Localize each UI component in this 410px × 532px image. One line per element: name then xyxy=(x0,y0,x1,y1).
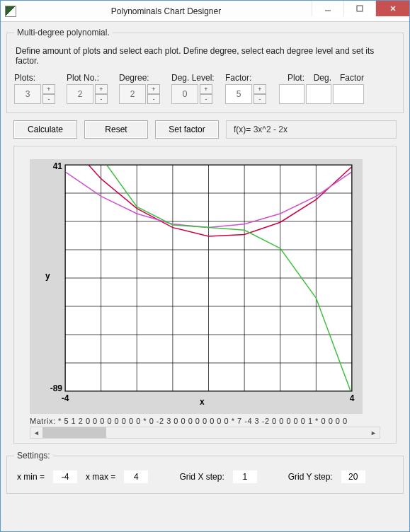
window-title: Polynominals Chart Designer xyxy=(21,6,312,16)
calculate-button[interactable]: Calculate xyxy=(13,120,77,139)
chart-panel: 41-89-44 y x Matrix: * 5 1 2 0 0 0 0 0 0… xyxy=(13,146,397,444)
degree-stepper: + - xyxy=(119,84,161,104)
maximize-button[interactable] xyxy=(343,1,375,16)
label-deg-readout: Deg. xyxy=(306,73,331,83)
x-axis-label: x xyxy=(200,397,205,407)
xmax-input[interactable] xyxy=(124,470,148,483)
chart-wrap: 41-89-44 y x xyxy=(30,159,380,414)
poly-description: Define amount of plots and select each p… xyxy=(16,46,396,66)
gridy-label: Grid Y step: xyxy=(288,472,333,482)
titlebar: Polynominals Chart Designer xyxy=(1,1,409,22)
label-deglevel: Deg. Level: xyxy=(171,73,215,83)
factor-readout xyxy=(333,84,364,104)
settings-fieldset: Settings: x min = x max = Grid X step: G… xyxy=(6,451,404,494)
plots-input[interactable] xyxy=(14,84,41,104)
degree-down-button[interactable]: - xyxy=(147,94,160,104)
app-icon xyxy=(5,6,16,17)
factor-up-button[interactable]: + xyxy=(254,84,266,94)
plotno-input[interactable] xyxy=(67,84,93,104)
action-button-row: Calculate Reset Set factor f(x)= 3x^2 - … xyxy=(6,120,404,139)
poly-fieldset: Multi-degree polynomial. Define amount o… xyxy=(6,28,404,113)
svg-text:-4: -4 xyxy=(62,393,69,403)
svg-rect-22 xyxy=(30,159,363,165)
y-axis-label: y xyxy=(45,271,50,281)
readouts xyxy=(279,84,396,104)
svg-rect-23 xyxy=(30,391,363,414)
svg-rect-20 xyxy=(30,159,65,414)
gridy-input[interactable] xyxy=(341,470,365,483)
app-window: Polynominals Chart Designer Multi-degree… xyxy=(0,0,410,532)
label-plot-readout: Plot: xyxy=(279,73,304,83)
readout-labels: Plot: Deg. Factor xyxy=(279,73,396,83)
factor-input[interactable] xyxy=(225,84,252,104)
degree-input[interactable] xyxy=(119,84,146,104)
gridx-input[interactable] xyxy=(233,470,257,483)
svg-rect-21 xyxy=(352,159,363,414)
gridx-label: Grid X step: xyxy=(179,472,224,482)
settings-legend: Settings: xyxy=(14,451,53,461)
scroll-right-button[interactable]: ► xyxy=(368,427,380,438)
plots-down-button[interactable]: - xyxy=(42,94,55,104)
matrix-text: Matrix: * 5 1 2 0 0 0 0 0 0 0 0 * 0 -2 3… xyxy=(30,417,380,425)
scroll-left-button[interactable]: ◄ xyxy=(30,427,42,438)
scroll-thumb[interactable] xyxy=(42,427,106,438)
label-factor-readout: Factor xyxy=(333,73,364,83)
label-degree: Degree: xyxy=(119,73,161,83)
window-buttons xyxy=(312,1,409,21)
xmax-label: x max = xyxy=(86,472,115,482)
poly-column-labels: Plots: Plot No.: Degree: Deg. Level: Fac… xyxy=(14,73,396,83)
poly-controls-row: + - + - + - xyxy=(14,84,396,104)
plotno-up-button[interactable]: + xyxy=(95,84,108,94)
settings-row: x min = x max = Grid X step: Grid Y step… xyxy=(14,466,396,485)
deg-readout xyxy=(306,84,331,104)
label-plotno: Plot No.: xyxy=(67,73,109,83)
plot-readout xyxy=(279,84,304,104)
formula-display: f(x)= 3x^2 - 2x xyxy=(226,120,397,139)
deglevel-stepper: + - xyxy=(171,84,215,104)
close-button[interactable] xyxy=(375,1,409,16)
svg-text:4: 4 xyxy=(350,393,355,403)
polynomial-chart: 41-89-44 xyxy=(30,159,363,414)
scroll-track[interactable] xyxy=(42,427,368,438)
deglevel-input[interactable] xyxy=(171,84,198,104)
label-plots: Plots: xyxy=(14,73,57,83)
matrix-scrollbar[interactable]: ◄ ► xyxy=(30,427,380,439)
minimize-button[interactable] xyxy=(312,1,343,16)
svg-text:41: 41 xyxy=(53,161,63,171)
deglevel-up-button[interactable]: + xyxy=(200,84,212,94)
svg-rect-1 xyxy=(357,6,363,11)
content-area: Multi-degree polynomial. Define amount o… xyxy=(1,22,409,531)
svg-text:-89: -89 xyxy=(50,383,63,393)
plotno-down-button[interactable]: - xyxy=(95,94,108,104)
deglevel-down-button[interactable]: - xyxy=(200,94,212,104)
degree-up-button[interactable]: + xyxy=(147,84,160,94)
xmin-input[interactable] xyxy=(53,470,77,483)
xmin-label: x min = xyxy=(17,472,45,482)
plots-stepper: + - xyxy=(14,84,57,104)
factor-stepper: + - xyxy=(225,84,269,104)
plotno-stepper: + - xyxy=(67,84,109,104)
plots-up-button[interactable]: + xyxy=(42,84,55,94)
setfactor-button[interactable]: Set factor xyxy=(155,120,219,139)
label-factor: Factor: xyxy=(225,73,269,83)
poly-legend: Multi-degree polynomial. xyxy=(14,28,113,37)
reset-button[interactable]: Reset xyxy=(84,120,148,139)
factor-down-button[interactable]: - xyxy=(254,94,266,104)
